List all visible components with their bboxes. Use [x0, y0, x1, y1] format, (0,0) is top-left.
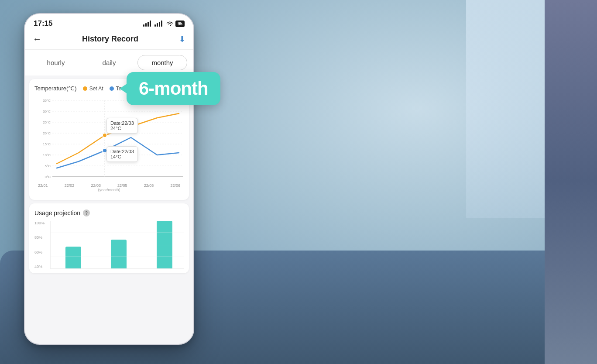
status-time: 17:15	[34, 19, 52, 28]
tooltip-blue-val: 14°C	[110, 154, 134, 159]
y-label-100: 100%	[34, 221, 48, 225]
bar-1	[65, 247, 81, 268]
svg-text:20°C: 20°C	[43, 131, 51, 135]
grid-line-50	[51, 245, 184, 245]
svg-text:15°C: 15°C	[43, 142, 51, 146]
tab-daily[interactable]: daily	[84, 55, 134, 70]
svg-text:25°C: 25°C	[43, 120, 51, 124]
back-button[interactable]: ←	[33, 34, 41, 44]
svg-point-17	[103, 133, 107, 137]
y-label-60: 60%	[34, 250, 48, 254]
signal-icon-2	[154, 21, 162, 27]
grid-line-75	[51, 257, 184, 257]
bar-chart-area: 100% 80% 60% 40%	[34, 221, 184, 269]
tab-monthly[interactable]: monthy	[137, 55, 187, 70]
status-icons: 95	[143, 21, 185, 27]
usage-title-row: Usage projection ?	[34, 209, 184, 216]
download-button[interactable]: ⬇	[179, 34, 185, 44]
bars-container	[50, 221, 184, 269]
wifi-icon	[166, 21, 174, 27]
svg-text:35°C: 35°C	[43, 99, 51, 103]
tooltip-orange-date: Date:22/03	[110, 120, 134, 126]
help-icon[interactable]: ?	[83, 209, 90, 216]
tooltip-orange-val: 24°C	[110, 126, 134, 131]
y-label-40: 40%	[34, 264, 48, 269]
app-header: ← History Record ⬇	[25, 31, 193, 50]
x-sublabel: (year/month)	[34, 188, 184, 194]
page-title: History Record	[82, 34, 138, 44]
phone-screen: 17:15 95 ← History Record ⬇	[24, 13, 194, 345]
bar-2	[111, 240, 127, 268]
status-bar: 17:15 95	[25, 14, 193, 31]
legend-set-at: Set At	[83, 86, 103, 92]
phone-mockup: 17:15 95 ← History Record ⬇	[24, 13, 199, 354]
battery-indicator: 95	[175, 21, 185, 27]
line-chart-svg: 35°C 30°C 25°C 20°C 15°C 10°C 5°C 0°C	[34, 96, 184, 183]
usage-section: Usage projection ? 100% 80% 60% 40%	[29, 203, 189, 273]
tooltip-blue: Date:22/03 14°C	[106, 146, 138, 162]
chart-svg-container: 35°C 30°C 25°C 20°C 15°C 10°C 5°C 0°C	[34, 96, 184, 185]
callout-bubble: 6-month	[127, 72, 220, 105]
grid-line-top	[51, 221, 184, 221]
legend-label-setat: Set At	[89, 86, 103, 92]
svg-text:10°C: 10°C	[43, 153, 51, 157]
window-light	[466, 0, 553, 218]
legend-dot-orange	[83, 86, 87, 91]
tooltip-blue-date: Date:22/03	[110, 149, 134, 154]
tab-hourly[interactable]: hourly	[31, 55, 81, 70]
chart-title: Temperature(℃)	[34, 85, 77, 92]
svg-text:5°C: 5°C	[45, 164, 51, 168]
legend-dot-blue	[110, 86, 114, 91]
usage-title: Usage projection	[34, 209, 80, 216]
tooltip-orange: Date:22/03 24°C	[106, 118, 138, 134]
svg-text:30°C: 30°C	[43, 110, 51, 113]
bar-y-labels: 100% 80% 60% 40%	[34, 221, 48, 269]
svg-text:0°C: 0°C	[45, 175, 51, 179]
signal-icon	[143, 21, 151, 27]
grid-line-25	[51, 233, 184, 233]
y-label-80: 80%	[34, 235, 48, 240]
curtain	[545, 0, 597, 364]
